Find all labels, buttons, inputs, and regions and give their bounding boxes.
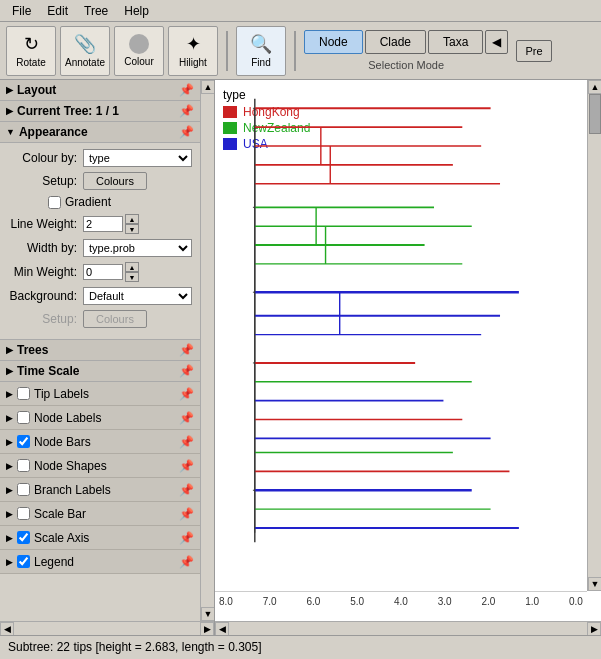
tree-hscroll[interactable]: ◀ ▶ — [215, 621, 601, 635]
branch-labels-triangle: ▶ — [6, 485, 13, 495]
branch-labels-left: ▶ Branch Labels — [6, 483, 111, 497]
current-tree-section-title: ▶ Current Tree: 1 / 1 — [6, 104, 119, 118]
current-tree-section-header[interactable]: ▶ Current Tree: 1 / 1 📌 — [0, 101, 200, 122]
min-weight-up-button[interactable]: ▲ — [125, 262, 139, 272]
scale-bar-checkbox[interactable] — [17, 507, 30, 520]
time-scale-pin-icon: 📌 — [179, 364, 194, 378]
time-scale-label: Time Scale — [17, 364, 79, 378]
tip-labels-left: ▶ Tip Labels — [6, 387, 89, 401]
gradient-label: Gradient — [48, 195, 111, 209]
toolbar-divider — [226, 31, 228, 71]
colour-button[interactable]: Colour — [114, 26, 164, 76]
node-mode-button[interactable]: Node — [304, 30, 363, 54]
clade-mode-button[interactable]: Clade — [365, 30, 426, 54]
trees-pin-icon: 📌 — [179, 343, 194, 357]
branch-labels-item[interactable]: ▶ Branch Labels 📌 — [0, 478, 200, 502]
gradient-text: Gradient — [65, 195, 111, 209]
tip-labels-checkbox[interactable] — [17, 387, 30, 400]
min-weight-input[interactable] — [83, 264, 123, 280]
scale-bar-item[interactable]: ▶ Scale Bar 📌 — [0, 502, 200, 526]
menu-help[interactable]: Help — [116, 2, 157, 20]
colour-by-select[interactable]: type taxa branch — [83, 149, 192, 167]
current-tree-pin-icon: 📌 — [179, 104, 194, 118]
background-select[interactable]: Default Black White — [83, 287, 192, 305]
node-bars-pin: 📌 — [179, 435, 194, 449]
left-hscroll-right-button[interactable]: ▶ — [200, 622, 214, 635]
scale-axis-checkbox[interactable] — [17, 531, 30, 544]
left-hscroll-track[interactable] — [14, 622, 200, 635]
setup-label: Setup: — [8, 174, 83, 188]
branch-labels-checkbox[interactable] — [17, 483, 30, 496]
node-shapes-item[interactable]: ▶ Node Shapes 📌 — [0, 454, 200, 478]
left-hscroll-left-button[interactable]: ◀ — [0, 622, 14, 635]
min-weight-down-button[interactable]: ▼ — [125, 272, 139, 282]
node-labels-checkbox[interactable] — [17, 411, 30, 424]
left-scroll-down-button[interactable]: ▼ — [201, 607, 214, 621]
panel-scroll[interactable]: ▶ Layout 📌 ▶ Current Tree: 1 / 1 📌 — [0, 80, 200, 621]
scale-axis-item[interactable]: ▶ Scale Axis 📌 — [0, 526, 200, 550]
trees-section-title: ▶ Trees — [6, 343, 48, 357]
hilight-button[interactable]: ✦ Hilight — [168, 26, 218, 76]
axis-tick-2: 2.0 — [482, 596, 496, 607]
tree-svg[interactable] — [215, 80, 587, 561]
line-weight-input[interactable]: 2 — [83, 216, 123, 232]
width-by-select[interactable]: type.prob branch.length none — [83, 239, 192, 257]
tree-hscroll-right-button[interactable]: ▶ — [587, 622, 601, 636]
taxa-mode-button[interactable]: Taxa — [428, 30, 483, 54]
line-weight-spin-btns: ▲ ▼ — [125, 214, 139, 234]
annotate-button[interactable]: 📎 Annotate — [60, 26, 110, 76]
pre-button[interactable]: Pre — [516, 40, 551, 62]
node-labels-item[interactable]: ▶ Node Labels 📌 — [0, 406, 200, 430]
line-weight-down-button[interactable]: ▼ — [125, 224, 139, 234]
tree-vscroll-thumb[interactable] — [589, 94, 601, 134]
left-scroll-up-button[interactable]: ▲ — [201, 80, 214, 94]
colour-icon — [129, 34, 149, 54]
layout-section-header[interactable]: ▶ Layout 📌 — [0, 80, 200, 101]
line-weight-up-button[interactable]: ▲ — [125, 214, 139, 224]
find-button[interactable]: 🔍 Find — [236, 26, 286, 76]
node-bars-checkbox[interactable] — [17, 435, 30, 448]
statusbar-text: Subtree: 22 tips [height = 2.683, length… — [8, 640, 262, 654]
node-labels-left: ▶ Node Labels — [6, 411, 101, 425]
tree-vscroll-down-button[interactable]: ▼ — [588, 577, 601, 591]
menu-tree[interactable]: Tree — [76, 2, 116, 20]
colour-by-control: type taxa branch — [83, 149, 192, 167]
layout-pin-icon: 📌 — [179, 83, 194, 97]
time-scale-section-title: ▶ Time Scale — [6, 364, 79, 378]
colours-button[interactable]: Colours — [83, 172, 147, 190]
node-bars-left: ▶ Node Bars — [6, 435, 91, 449]
menu-file[interactable]: File — [4, 2, 39, 20]
layout-triangle: ▶ — [6, 85, 13, 95]
tree-vscroll-track[interactable] — [588, 94, 601, 577]
tree-vscroll-up-button[interactable]: ▲ — [588, 80, 601, 94]
setup2-row: Setup: Colours — [8, 310, 192, 328]
colours2-button[interactable]: Colours — [83, 310, 147, 328]
scale-bar-pin: 📌 — [179, 507, 194, 521]
axis-tick-8: 8.0 — [219, 596, 233, 607]
legend-item[interactable]: ▶ Legend 📌 — [0, 550, 200, 574]
trees-section-header[interactable]: ▶ Trees 📌 — [0, 340, 200, 361]
tip-labels-item[interactable]: ▶ Tip Labels 📌 — [0, 382, 200, 406]
current-tree-triangle: ▶ — [6, 106, 13, 116]
left-panel-hscroll[interactable]: ◀ ▶ — [0, 621, 214, 635]
tree-vscroll[interactable]: ▲ ▼ — [587, 80, 601, 591]
node-shapes-checkbox[interactable] — [17, 459, 30, 472]
tree-hscroll-left-button[interactable]: ◀ — [215, 622, 229, 636]
rotate-button[interactable]: ↻ Rotate — [6, 26, 56, 76]
axis-tick-7: 7.0 — [263, 596, 277, 607]
time-scale-section-header[interactable]: ▶ Time Scale 📌 — [0, 361, 200, 382]
colour-by-row: Colour by: type taxa branch — [8, 149, 192, 167]
menu-edit[interactable]: Edit — [39, 2, 76, 20]
tip-labels-label: Tip Labels — [34, 387, 89, 401]
back-button[interactable]: ◀ — [485, 30, 508, 54]
rotate-label: Rotate — [16, 57, 45, 68]
time-scale-triangle: ▶ — [6, 366, 13, 376]
axis-tick-6: 6.0 — [307, 596, 321, 607]
left-panel-scrollbar[interactable]: ▲ ▼ — [200, 80, 214, 621]
node-bars-item[interactable]: ▶ Node Bars 📌 — [0, 430, 200, 454]
gradient-checkbox[interactable] — [48, 196, 61, 209]
legend-checkbox[interactable] — [17, 555, 30, 568]
appearance-section-header[interactable]: ▼ Appearance 📌 — [0, 122, 200, 143]
annotate-icon: 📎 — [74, 33, 96, 55]
left-scroll-track[interactable] — [201, 94, 214, 607]
